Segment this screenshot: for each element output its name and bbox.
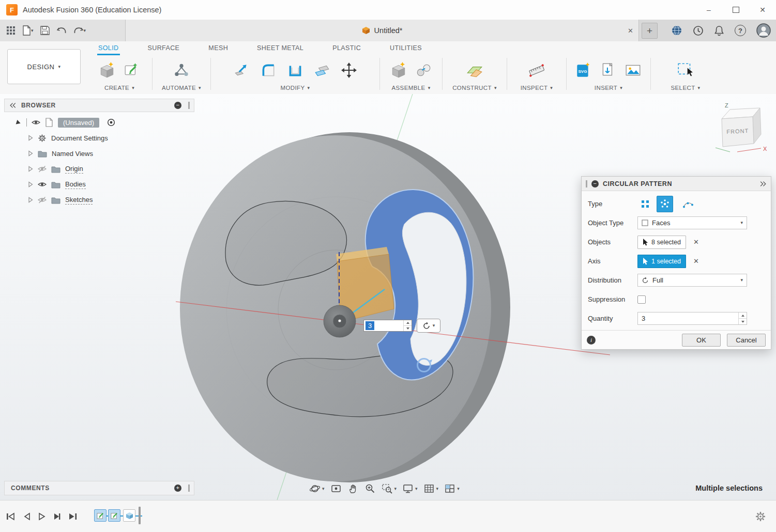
dialog-grip[interactable] [586, 180, 587, 187]
canvas-angle-button[interactable]: ▾ [417, 319, 440, 333]
step-forward-button[interactable] [53, 512, 60, 521]
root-document-name[interactable]: (Unsaved) [58, 118, 99, 128]
new-tab-button[interactable]: + [642, 23, 658, 39]
timeline-feature-extrude[interactable] [123, 509, 135, 522]
insert-derive-icon[interactable] [600, 62, 616, 79]
tab-sheet-metal[interactable]: SHEET METAL [256, 43, 305, 55]
new-component-icon[interactable] [390, 62, 407, 79]
select-menu[interactable]: SELECT▾ [671, 85, 700, 91]
assemble-menu[interactable]: ASSEMBLE▾ [391, 85, 430, 91]
browser-row-named-views[interactable]: Named Views [4, 146, 194, 161]
go-to-end-button[interactable] [68, 512, 78, 521]
zoom-window-tool[interactable]: ▾ [382, 483, 397, 494]
press-pull-icon[interactable] [233, 62, 250, 79]
comments-grip[interactable] [188, 484, 190, 492]
dialog-expand-icon[interactable] [759, 180, 767, 187]
info-icon[interactable]: i [587, 336, 596, 345]
move-icon[interactable] [341, 62, 357, 79]
automate-menu[interactable]: AUTOMATE▾ [162, 85, 201, 91]
look-at-tool[interactable] [330, 483, 342, 494]
objects-selection-chip[interactable]: 8 selected [637, 236, 686, 249]
measure-icon[interactable] [528, 62, 545, 79]
quantity-spinner[interactable] [738, 312, 747, 324]
fillet-icon[interactable] [260, 62, 277, 79]
joint-icon[interactable] [415, 62, 432, 79]
display-settings-tool[interactable]: ▾ [402, 483, 418, 494]
pattern-type-path-button[interactable] [680, 196, 696, 212]
timeline-track[interactable] [93, 500, 165, 532]
distribution-select[interactable]: Full ▾ [637, 274, 747, 287]
file-menu-button[interactable]: ▾ [22, 25, 34, 36]
collapse-panel-icon[interactable] [9, 102, 17, 109]
tab-solid[interactable]: SOLID [97, 43, 120, 55]
cancel-button[interactable]: Cancel [727, 334, 766, 347]
insert-canvas-icon[interactable] [625, 62, 642, 79]
pattern-type-circular-button[interactable] [657, 196, 673, 212]
insert-menu[interactable]: INSERT▾ [595, 85, 622, 91]
expand-arrow-icon[interactable] [28, 135, 33, 141]
timeline-settings-gear-icon[interactable] [755, 511, 766, 522]
maximize-button[interactable] [722, 0, 749, 20]
expand-arrow-icon[interactable] [28, 197, 33, 203]
objects-clear-icon[interactable]: ✕ [693, 238, 699, 246]
dialog-header[interactable]: − CIRCULAR PATTERN [582, 177, 771, 191]
axis-selection-chip[interactable]: 1 selected [637, 255, 686, 268]
timeline-position-marker[interactable] [139, 507, 141, 524]
redo-button[interactable]: ▾ [73, 26, 86, 35]
eye-visible-icon[interactable] [38, 181, 47, 188]
timeline-feature-sketch-1[interactable] [94, 509, 106, 522]
suppression-checkbox[interactable] [637, 295, 646, 304]
pattern-type-rectangular-button[interactable] [637, 196, 654, 212]
job-status-icon[interactable] [671, 25, 682, 36]
canvas-quantity-input[interactable]: 3 [363, 320, 412, 332]
expand-arrow-icon[interactable] [28, 150, 33, 157]
tab-mesh[interactable]: MESH [207, 43, 229, 55]
create-sketch-icon[interactable] [124, 62, 140, 79]
tab-utilities[interactable]: UTILITIES [389, 43, 423, 55]
new-solid-icon[interactable] [99, 62, 115, 79]
quantity-input[interactable]: 3 [637, 312, 747, 325]
close-button[interactable]: ✕ [749, 0, 776, 20]
create-menu[interactable]: CREATE▾ [104, 85, 134, 91]
activate-component-icon[interactable] [107, 118, 115, 127]
tab-surface[interactable]: SURFACE [147, 43, 181, 55]
view-cube[interactable]: FRONT Z X [707, 101, 772, 155]
document-tab[interactable]: Untitled* ✕ [125, 20, 639, 41]
viewports-tool[interactable]: ▾ [444, 483, 460, 494]
zoom-tool[interactable] [364, 483, 376, 494]
object-type-select[interactable]: Faces ▾ [637, 216, 747, 229]
shell-icon[interactable] [287, 62, 303, 79]
inspect-menu[interactable]: INSPECT▾ [521, 85, 553, 91]
eye-hidden-icon[interactable] [38, 196, 47, 204]
comments-panel-header[interactable]: COMMENTS + [4, 481, 194, 495]
expand-arrow-icon[interactable] [16, 119, 22, 126]
orbit-tool[interactable]: ▾ [309, 483, 325, 494]
expand-arrow-icon[interactable] [28, 181, 33, 187]
minimize-button[interactable]: – [695, 0, 722, 20]
browser-root-row[interactable]: (Unsaved) [4, 115, 194, 130]
automate-icon[interactable] [173, 62, 190, 79]
offset-pattern-icon[interactable] [314, 62, 330, 79]
insert-svg-icon[interactable]: SVG [575, 62, 591, 79]
avatar[interactable] [756, 23, 771, 38]
tab-close-icon[interactable]: ✕ [628, 20, 633, 41]
eye-hidden-icon[interactable] [38, 165, 47, 173]
browser-row-origin[interactable]: Origin [4, 161, 194, 177]
panel-grip[interactable] [188, 102, 190, 109]
construct-plane-icon[interactable] [466, 62, 483, 79]
expand-arrow-icon[interactable] [28, 166, 33, 172]
play-button[interactable] [38, 512, 45, 521]
construct-menu[interactable]: CONSTRUCT▾ [452, 85, 497, 91]
add-comment-icon[interactable]: + [174, 484, 181, 492]
timeline-feature-sketch-2[interactable] [108, 509, 120, 522]
browser-row-bodies[interactable]: Bodies [4, 177, 194, 192]
browser-row-document-settings[interactable]: Document Settings [4, 130, 194, 146]
modify-menu[interactable]: MODIFY▾ [280, 85, 310, 91]
go-to-start-button[interactable] [6, 512, 16, 521]
panel-collapse-icon[interactable]: − [174, 102, 181, 109]
ok-button[interactable]: OK [682, 334, 721, 347]
design-workspace-button[interactable]: DESIGN ▾ [7, 49, 81, 84]
step-back-button[interactable] [23, 512, 31, 521]
browser-row-sketches[interactable]: Sketches [4, 192, 194, 208]
app-grid-icon[interactable] [6, 26, 16, 35]
